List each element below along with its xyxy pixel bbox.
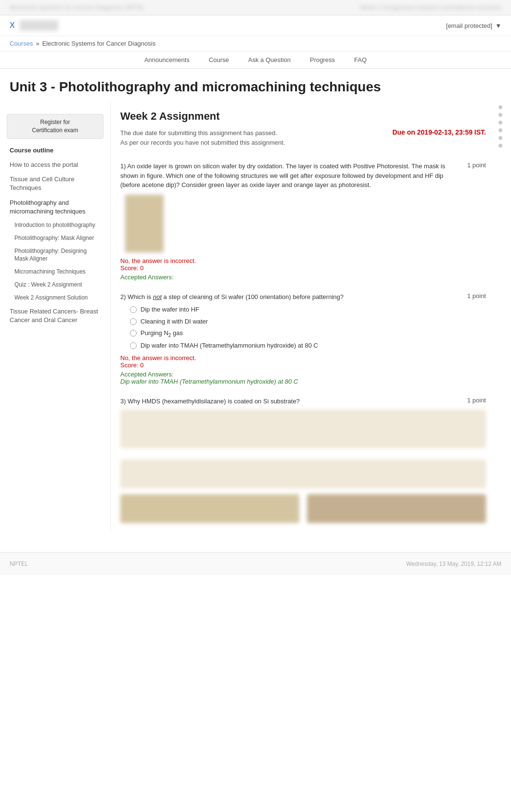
footer-left: NPTEL bbox=[10, 561, 28, 567]
q1-score: Score: 0 bbox=[120, 264, 486, 272]
sidebar-course-outline: Course outline bbox=[0, 143, 110, 158]
option-2-4[interactable]: Dip wafer into TMAH (Tetramethylammonium… bbox=[130, 341, 486, 350]
sidebar-sub-intro-photo[interactable]: Introduction to photolithography bbox=[0, 219, 110, 232]
scroll-dot-5 bbox=[498, 136, 502, 140]
sidebar-item-tissue-cancers[interactable]: Tissue Related Cancers- Breast Cancer an… bbox=[0, 304, 110, 327]
question-1-row: 1) An oxide layer is grown on silicon wa… bbox=[120, 162, 486, 190]
logo bbox=[20, 20, 58, 31]
tab-course[interactable]: Course bbox=[209, 56, 229, 63]
breadcrumb: Courses » Electronic Systems for Cancer … bbox=[0, 36, 511, 51]
page-title: Unit 3 - Photolithography and micromachi… bbox=[10, 78, 501, 96]
question-3-points: 1 point bbox=[467, 397, 486, 404]
blurred-section-2 bbox=[120, 494, 486, 523]
user-info: [email protected] ▼ bbox=[446, 22, 501, 29]
scroll-dot-4 bbox=[498, 128, 502, 132]
q2-accepted-label: Accepted Answers: bbox=[120, 371, 486, 378]
option-2-2-text: Cleaning it with DI water bbox=[141, 317, 208, 326]
sidebar-sub-week2-solution[interactable]: Week 2 Assignment Solution bbox=[0, 291, 110, 304]
question-2: 2) Which is not a step of cleaning of Si… bbox=[120, 292, 486, 385]
option-2-4-radio[interactable] bbox=[130, 342, 137, 349]
banner-left: Electronic Systems for Cancer Diagnosis … bbox=[10, 4, 145, 11]
question-2-row: 2) Which is not a step of cleaning of Si… bbox=[120, 292, 486, 302]
tab-faq[interactable]: FAQ bbox=[354, 56, 367, 63]
sidebar-item-access-portal[interactable]: How to access the portal bbox=[0, 158, 110, 172]
option-2-3[interactable]: Purging N2 gas bbox=[130, 329, 486, 339]
top-banner: Electronic Systems for Cancer Diagnosis … bbox=[0, 0, 511, 15]
due-info-row: The due date for submitting this assignm… bbox=[120, 128, 486, 152]
option-2-1-radio[interactable] bbox=[130, 306, 137, 313]
sidebar-item-photolithography[interactable]: Photolithography and micromachining tech… bbox=[0, 196, 110, 219]
sidebar-sub-designing-mask[interactable]: Photolithography: Designing Mask Aligner bbox=[0, 245, 110, 266]
option-2-1-text: Dip the wafer into HF bbox=[141, 305, 199, 314]
banner-right: Week 2 Assignment Solution submitted to … bbox=[360, 4, 501, 11]
main-wrapper: Register for Certification exam Course o… bbox=[0, 100, 511, 533]
sidebar-sub-mask-aligner[interactable]: Photolithography: Mask Aligner bbox=[0, 232, 110, 245]
nav-tabs: Announcements Course Ask a Question Prog… bbox=[0, 51, 511, 69]
scroll-dot-3 bbox=[498, 121, 502, 125]
breadcrumb-current: Electronic Systems for Cancer Diagnosis bbox=[42, 40, 156, 47]
sidebar-item-tissue-cell[interactable]: Tissue and Cell Culture Techniques bbox=[0, 172, 110, 195]
user-email: [email protected] bbox=[446, 22, 492, 29]
option-2-1[interactable]: Dip the wafer into HF bbox=[130, 305, 486, 314]
tab-progress[interactable]: Progress bbox=[310, 56, 335, 63]
q2-accepted-value: Dip wafer into TMAH (Tetramethylammonium… bbox=[120, 378, 486, 385]
breadcrumb-courses[interactable]: Courses bbox=[10, 40, 33, 47]
question-2-text: 2) Which is not a step of cleaning of Si… bbox=[120, 292, 458, 302]
q1-status: No, the answer is incorrect. bbox=[120, 257, 486, 264]
page-title-area: Unit 3 - Photolithography and micromachi… bbox=[0, 69, 511, 100]
q2-status: No, the answer is incorrect. bbox=[120, 354, 486, 362]
close-button[interactable]: X bbox=[10, 21, 15, 30]
user-dropdown-arrow[interactable]: ▼ bbox=[495, 22, 501, 29]
due-date-label: Due on 2019-02-13, 23:59 IST. bbox=[392, 128, 486, 136]
due-info-text: The due date for submitting this assignm… bbox=[120, 128, 285, 147]
tab-ask-question[interactable]: Ask a Question bbox=[248, 56, 291, 63]
question-2-options: Dip the wafer into HF Cleaning it with D… bbox=[130, 305, 486, 350]
question-3-row: 3) Why HMDS (hexamethyldisilazane) is co… bbox=[120, 397, 486, 406]
scroll-dot-1 bbox=[498, 105, 502, 109]
site-header: X [email protected] ▼ bbox=[0, 15, 511, 36]
question-3-blurred-content bbox=[120, 410, 486, 448]
assignment-title: Week 2 Assignment bbox=[120, 110, 486, 123]
question-1-text: 1) An oxide layer is grown on silicon wa… bbox=[120, 162, 458, 190]
option-2-3-radio[interactable] bbox=[130, 330, 137, 337]
content-area: Week 2 Assignment The due date for submi… bbox=[111, 100, 496, 533]
footer-right: Wednesday, 13 May, 2019, 12:12 AM bbox=[406, 561, 501, 567]
option-2-2-radio[interactable] bbox=[130, 318, 137, 325]
sidebar-sub-quiz-week2[interactable]: Quiz : Week 2 Assignment bbox=[0, 278, 110, 291]
scroll-dot-6 bbox=[498, 144, 502, 148]
question-3: 3) Why HMDS (hexamethyldisilazane) is co… bbox=[120, 397, 486, 449]
question-1-points: 1 point bbox=[467, 162, 486, 169]
option-2-3-text: Purging N2 gas bbox=[141, 329, 183, 339]
question-1: 1) An oxide layer is grown on silicon wa… bbox=[120, 162, 486, 281]
q2-score: Score: 0 bbox=[120, 362, 486, 369]
content-right-wrapper: Week 2 Assignment The due date for submi… bbox=[111, 100, 511, 533]
scroll-indicators bbox=[496, 100, 505, 533]
footer: NPTEL Wednesday, 13 May, 2019, 12:12 AM bbox=[0, 552, 511, 575]
blurred-section-1 bbox=[120, 460, 486, 488]
question-1-image bbox=[125, 195, 164, 252]
option-2-4-text: Dip wafer into TMAH (Tetramethylammonium… bbox=[141, 341, 318, 350]
sidebar-sub-micromachining[interactable]: Micromachining Techniques bbox=[0, 265, 110, 278]
question-2-points: 1 point bbox=[467, 292, 486, 300]
site-logo: X bbox=[10, 20, 58, 31]
option-2-2[interactable]: Cleaning it with DI water bbox=[130, 317, 486, 326]
sidebar-register-cert[interactable]: Register for Certification exam bbox=[7, 114, 103, 139]
question-3-text: 3) Why HMDS (hexamethyldisilazane) is co… bbox=[120, 397, 458, 406]
register-cert-label: Register for Certification exam bbox=[32, 119, 78, 134]
q1-accepted-label: Accepted Answers: bbox=[120, 274, 486, 281]
scroll-dot-2 bbox=[498, 113, 502, 117]
tab-announcements[interactable]: Announcements bbox=[144, 56, 190, 63]
sidebar: Register for Certification exam Course o… bbox=[0, 100, 111, 533]
breadcrumb-separator: » bbox=[36, 40, 39, 47]
